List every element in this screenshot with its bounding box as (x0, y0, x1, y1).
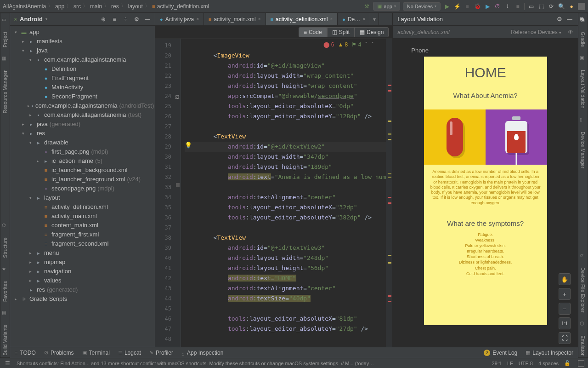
attach-debugger-icon[interactable]: ⤓ (504, 3, 511, 10)
file-encoding[interactable]: UTF-8 (519, 361, 533, 366)
tool-build-variants[interactable]: Build Variants (2, 323, 8, 357)
intention-bulb-icon[interactable]: 💡 (185, 142, 192, 149)
hide-icon[interactable]: — (144, 16, 151, 23)
preview-canvas[interactable]: Phone HOME What About Anemia? Anemia is … (393, 39, 578, 358)
apply-code-icon[interactable]: ≡ (464, 3, 471, 10)
tool-favorites[interactable]: Favorites (2, 279, 8, 304)
tree-node[interactable]: ▸▪com.example.allagainstanemia (test) (10, 110, 155, 120)
tree-node[interactable]: ▸▸manifests (10, 37, 155, 46)
gradle-icon[interactable]: 🐘 (580, 17, 586, 23)
tree-node[interactable]: ●MainActivity (10, 83, 155, 92)
visibility-icon[interactable]: 👁 (568, 29, 573, 35)
tree-node[interactable]: ●Definition (10, 64, 155, 74)
tree-node[interactable]: ▸▸navigation (10, 267, 155, 276)
sync-icon[interactable]: ⟳ (548, 3, 555, 10)
zoom-out-icon[interactable]: − (559, 303, 571, 315)
emulator-icon[interactable]: ▢ (580, 321, 586, 327)
tool-layout-validation[interactable]: Layout Validation (580, 68, 586, 110)
tool-profiler[interactable]: ∿Profiler (149, 350, 173, 356)
editor-tab[interactable]: ●Activity.java× (155, 13, 204, 25)
line-separator[interactable]: LF (507, 361, 513, 366)
tree-node[interactable]: ▸▪com.example.allagainstanemia (androidT… (10, 101, 155, 110)
tree-node[interactable]: ▫secondpage.png (mdpi) (10, 184, 155, 193)
view-split[interactable]: ◫Split (327, 27, 355, 37)
view-design[interactable]: ▦Design (355, 27, 389, 37)
tree-node[interactable]: ≡content_main.xml (10, 221, 155, 230)
project-icon[interactable]: ▭ (2, 17, 8, 23)
device-selector[interactable]: No Devices▾ (403, 2, 441, 11)
project-view-label[interactable]: Android (20, 16, 43, 23)
tree-node[interactable]: ▸▸mipmap (10, 258, 155, 267)
variants-icon[interactable]: ▤ (2, 310, 8, 316)
readonly-icon[interactable]: 🔓 (564, 360, 571, 366)
tool-gradle[interactable]: Gradle (580, 30, 586, 49)
layout-val-icon[interactable]: ▣ (580, 55, 586, 62)
tree-node[interactable]: ≡ic_launcher_foreground.xml (v24) (10, 175, 155, 184)
inspection-widget[interactable]: ⬤ 6 ▲ 8 ⚑ 4 ˄˅ (323, 41, 374, 48)
tree-node[interactable]: ≡activity_definition.xml (10, 202, 155, 212)
tree-node[interactable]: ≡fragment_first.xml (10, 230, 155, 239)
debug-icon[interactable]: 🐞 (474, 3, 481, 10)
gear-icon[interactable]: ⚙ (557, 16, 562, 23)
tool-structure[interactable]: Structure (2, 236, 8, 260)
run-icon[interactable]: ▶ (443, 3, 451, 10)
tabs-overflow[interactable]: ▾ (370, 13, 379, 25)
search-icon[interactable]: 🔍 (558, 3, 565, 10)
caret-position[interactable]: 29:1 (492, 361, 502, 366)
tool-terminal[interactable]: ▣Terminal (82, 350, 110, 356)
tool-todo[interactable]: ≡TODO (15, 350, 36, 356)
tree-node[interactable]: ▸res (generated) (10, 285, 155, 294)
hide-icon[interactable]: — (566, 16, 573, 23)
gutter[interactable]: 192021222324🖼252627282930313233343536373… (155, 39, 181, 347)
gear-icon[interactable]: ⚙ (133, 16, 140, 23)
tree-node[interactable]: ≡ic_launcher_background.xml (10, 166, 155, 175)
tree-node[interactable]: ▾▸res (10, 129, 155, 138)
tool-emulator[interactable]: Emulator (580, 334, 586, 357)
tree-node[interactable]: ▸▸values (10, 276, 155, 285)
resource-icon[interactable]: ▦ (2, 56, 8, 62)
zoom-fit-icon[interactable]: 1:1 (559, 317, 571, 329)
status-icon[interactable]: ☰ (4, 360, 11, 367)
tool-device-manager[interactable]: Device Manager (580, 130, 586, 170)
editor-tab[interactable]: ≡activity_main.xml× (204, 13, 266, 25)
editor-tab[interactable]: ●De…× (338, 13, 370, 25)
tree-node[interactable]: ▸▸java (generated) (10, 120, 155, 129)
favorites-icon[interactable]: ★ (2, 266, 8, 273)
tool-project[interactable]: Project (2, 30, 8, 49)
tool-event-log[interactable]: 2Event Log (484, 350, 517, 356)
tree-node[interactable]: ▸▸menu (10, 248, 155, 258)
tree-node[interactable]: ≡activity_main.xml (10, 212, 155, 221)
pan-icon[interactable]: ✋ (559, 273, 571, 285)
tree-node[interactable]: ●FirstFragment (10, 74, 155, 83)
select-opened-icon[interactable]: ⊕ (100, 16, 107, 23)
module-selector[interactable]: ▣app▾ (373, 2, 400, 11)
tree-node[interactable]: ▾▸drawable (10, 138, 155, 147)
tree-node[interactable]: ▫first_page.png (mdpi) (10, 147, 155, 156)
view-code[interactable]: ≡Code (299, 27, 327, 37)
hammer-icon[interactable]: ⚒ (363, 3, 370, 10)
sdk-icon[interactable]: ⬚ (537, 3, 545, 10)
tool-layout-inspector[interactable]: ▦Layout Inspector (526, 350, 573, 356)
zoom-reset-icon[interactable]: ⛶ (559, 332, 571, 344)
code-content[interactable]: <ImageView android:id="@+id/imageView" a… (181, 39, 386, 347)
tool-logcat[interactable]: ≣Logcat (118, 350, 141, 356)
stop-icon[interactable]: ■ (514, 3, 521, 10)
tool-problems[interactable]: ⊘Problems (44, 350, 74, 356)
expand-icon[interactable]: ≡ (111, 16, 118, 23)
profile-icon[interactable]: ⏱ (494, 3, 501, 10)
breadcrumbs[interactable]: AllAgainstAnemia〉app〉src〉main〉res〉layout… (3, 2, 209, 10)
apply-changes-icon[interactable]: ⚡ (453, 3, 461, 10)
tree-node[interactable]: ≡fragment_second.xml (10, 239, 155, 248)
project-tree[interactable]: ▾▬app▸▸manifests▾▸java▾▪com.example.alla… (10, 26, 155, 358)
tool-device-file-explorer[interactable]: Device File Explorer (580, 265, 586, 314)
error-stripe[interactable] (386, 39, 392, 347)
structure-icon[interactable]: ⌬ (2, 223, 8, 229)
avatar-icon[interactable] (578, 3, 585, 10)
code-editor[interactable]: 192021222324🖼252627282930313233343536373… (155, 39, 392, 347)
collapse-icon[interactable]: ÷ (122, 16, 129, 23)
tree-node[interactable]: ▾▸layout (10, 193, 155, 202)
memory-indicator[interactable] (578, 360, 584, 367)
tree-node[interactable]: ▾▪com.example.allagainstanemia (10, 55, 155, 64)
updates-icon[interactable]: ● (568, 3, 575, 10)
zoom-in-icon[interactable]: + (559, 288, 571, 300)
